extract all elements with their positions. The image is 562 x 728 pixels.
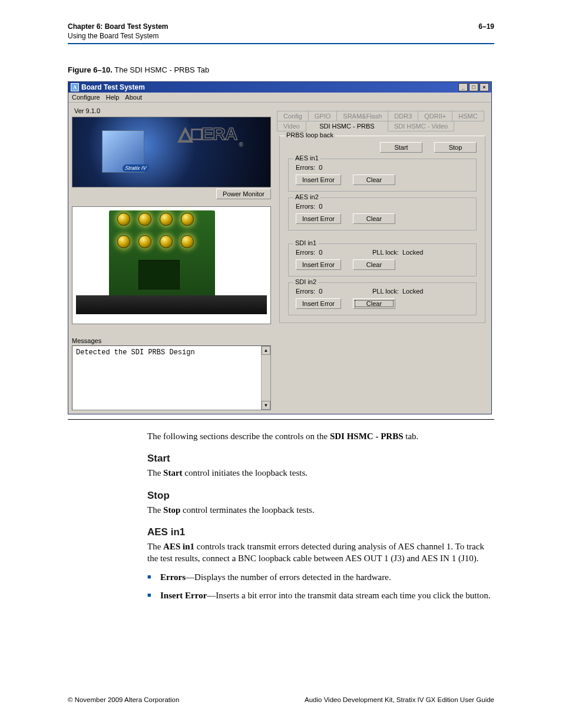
sdi2-clear-button[interactable]: Clear	[353, 298, 395, 309]
board-image	[72, 206, 271, 324]
menu-about[interactable]: About	[125, 94, 142, 101]
aes1-errors-value: 0	[319, 164, 322, 171]
tab-sdi-hsmc-video[interactable]: SDI HSMC - Video	[388, 121, 455, 131]
stop-button[interactable]: Stop	[434, 142, 477, 153]
figure-separator	[68, 419, 494, 420]
tab-hsmc[interactable]: HSMC	[452, 111, 484, 121]
menu-configure[interactable]: Configure	[72, 94, 100, 101]
group-sdi-in2-legend: SDI in2	[293, 278, 318, 285]
section-start-text: The Start control initiates the loopback…	[147, 467, 494, 479]
scroll-up-icon[interactable]: ▲	[262, 346, 270, 355]
titlebar: A Board Test System _ □ ×	[68, 82, 491, 93]
sdi1-pll-value: Locked	[402, 249, 423, 256]
menu-help[interactable]: Help	[106, 94, 120, 101]
messages-box: Detected the SDI PRBS Design ▲ ▼	[72, 345, 271, 410]
chip-badge: Stratix IV	[122, 164, 150, 172]
bullet-errors: Errors—Displays the number of errors det…	[147, 571, 494, 583]
chapter-subtitle: Using the Board Test System	[68, 32, 168, 41]
tab-qdrii[interactable]: QDRII+	[418, 111, 452, 121]
group-prbs-legend: PRBS loop back	[285, 131, 335, 139]
chip-image: Stratix IV △□ERA	[72, 117, 271, 187]
sdi1-errors-label: Errors:	[296, 249, 315, 256]
aes2-errors-label: Errors:	[296, 203, 315, 210]
maximize-icon[interactable]: □	[469, 83, 478, 91]
power-monitor-button[interactable]: Power Monitor	[216, 189, 271, 199]
bullet-insert-error: Insert Error—Inserts a bit error into th…	[147, 589, 494, 601]
aes1-insert-error-button[interactable]: Insert Error	[296, 174, 341, 185]
close-icon[interactable]: ×	[480, 83, 489, 91]
sdi1-errors-value: 0	[319, 249, 322, 256]
tab-sdi-hsmc-prbs[interactable]: SDI HSMC - PRBS	[306, 121, 388, 131]
group-aes-in1: AES in1 Errors: 0 Insert Error Clear	[288, 159, 477, 192]
sdi2-insert-error-button[interactable]: Insert Error	[296, 298, 341, 309]
header-rule	[68, 43, 494, 44]
tab-gpio[interactable]: GPIO	[308, 111, 338, 121]
start-button[interactable]: Start	[380, 142, 422, 153]
tab-ddr3[interactable]: DDR3	[388, 111, 418, 121]
version-label: Ver 9.1.0	[74, 107, 271, 114]
section-stop-text: The Stop control terminates the loopback…	[147, 504, 494, 516]
scroll-down-icon[interactable]: ▼	[262, 401, 270, 410]
section-aes-head: AES in1	[147, 526, 494, 538]
tab-config[interactable]: Config	[277, 111, 309, 121]
chapter-title: Chapter 6: Board Test System	[68, 22, 168, 32]
aes2-clear-button[interactable]: Clear	[353, 213, 395, 224]
window-title: Board Test System	[81, 83, 458, 91]
footer-left: © November 2009 Altera Corporation	[68, 696, 179, 703]
altera-logo: △□ERA	[178, 123, 241, 144]
messages-scrollbar[interactable]: ▲ ▼	[261, 346, 270, 410]
tab-video[interactable]: Video	[277, 121, 306, 131]
group-prbs-loopback: PRBS loop back Start Stop AES in1 Errors…	[279, 136, 485, 323]
sdi1-pll-label: PLL lock:	[372, 249, 399, 256]
app-icon: A	[71, 83, 79, 91]
aes1-errors-label: Errors:	[296, 164, 315, 171]
group-aes-in2: AES in2 Errors: 0 Insert Error Clear	[288, 197, 477, 230]
aes2-insert-error-button[interactable]: Insert Error	[296, 213, 341, 224]
sdi1-clear-button[interactable]: Clear	[353, 259, 395, 270]
group-sdi-in1: SDI in1 Errors: 0 PLL lock: Locked Inser…	[288, 243, 477, 276]
aes1-clear-button[interactable]: Clear	[353, 174, 395, 185]
figure-number: Figure 6–10.	[68, 65, 113, 74]
tab-row-1: Config GPIO SRAM&Flash DDR3 QDRII+ HSMC …	[277, 111, 488, 131]
message-text: Detected the SDI PRBS Design	[76, 348, 195, 357]
sdi2-errors-value: 0	[319, 288, 322, 295]
sdi1-insert-error-button[interactable]: Insert Error	[296, 259, 341, 270]
aes2-errors-value: 0	[319, 203, 322, 210]
section-start-head: Start	[147, 453, 494, 465]
group-sdi-in2: SDI in2 Errors: 0 PLL lock: Locked Inser…	[288, 282, 477, 315]
group-sdi-in1-legend: SDI in1	[293, 239, 318, 246]
section-aes-text: The AES in1 controls track transmit erro…	[147, 541, 494, 565]
menubar: Configure Help About	[68, 93, 491, 103]
page-footer: © November 2009 Altera Corporation Audio…	[68, 696, 494, 703]
sdi2-pll-value: Locked	[402, 288, 423, 295]
figure-caption: Figure 6–10. The SDI HSMC - PRBS Tab	[68, 65, 494, 74]
group-aes-in2-legend: AES in2	[293, 193, 320, 200]
page-number: 6–19	[478, 22, 494, 41]
minimize-icon[interactable]: _	[458, 83, 468, 91]
figure-title: The SDI HSMC - PRBS Tab	[113, 65, 209, 74]
group-aes-in1-legend: AES in1	[293, 154, 320, 162]
messages-label: Messages	[72, 337, 271, 344]
sdi2-errors-label: Errors:	[296, 288, 315, 295]
intro-paragraph: The following sections describe the cont…	[147, 430, 494, 442]
page-header: Chapter 6: Board Test System Using the B…	[68, 22, 494, 41]
sdi2-pll-label: PLL lock:	[372, 288, 399, 295]
footer-right: Audio Video Development Kit, Stratix IV …	[305, 696, 494, 703]
tab-sramflash[interactable]: SRAM&Flash	[336, 111, 388, 121]
section-stop-head: Stop	[147, 490, 494, 502]
app-window: A Board Test System _ □ × Configure Help…	[68, 81, 492, 414]
